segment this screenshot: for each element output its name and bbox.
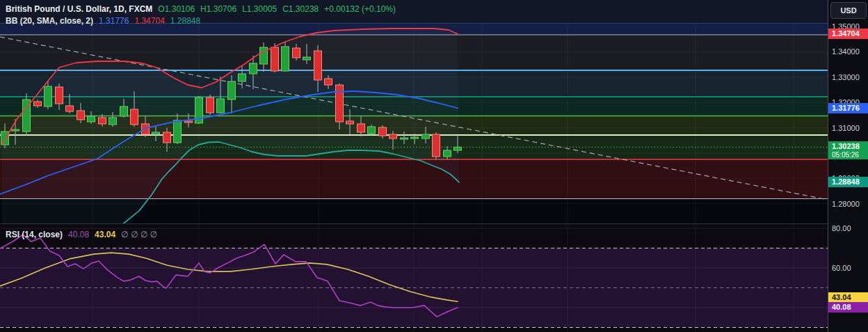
candle-body [99, 118, 106, 124]
bb-lower-tag: 1.28848 [828, 177, 868, 187]
candle-body [433, 134, 440, 157]
bb-upper-value: 1.34704 [134, 16, 164, 26]
bb-basis-tag: 1.31776 [828, 103, 868, 113]
symbol-title: British Pound / U.S. Dollar, 1D, FXCM [6, 4, 152, 14]
rsi-empty-values: ∅ ∅ ∅ ∅ [121, 230, 157, 239]
bb-lower-value: 1.28848 [170, 16, 200, 26]
candle-body [77, 111, 85, 120]
rsi-value: 40.08 [68, 230, 89, 239]
candle-body [239, 74, 246, 81]
bb-indicator-label: BB (20, SMA, close, 2) [6, 16, 93, 26]
price-tick: 1.31000 [832, 123, 860, 133]
candle-body [336, 85, 344, 122]
candle-body [163, 132, 171, 143]
price-change: +0.00132 (+0.10%) [324, 4, 396, 14]
candle-body [152, 132, 160, 134]
candle-body [303, 57, 311, 60]
trading-chart-window: British Pound / U.S. Dollar, 1D, FXCM O1… [0, 0, 868, 332]
candle-body [120, 106, 128, 116]
rsi-tick: 60.00 [832, 263, 851, 273]
candle-body [401, 138, 408, 139]
candle-body [34, 102, 42, 106]
candle-body [314, 51, 322, 80]
candle-body [45, 86, 52, 106]
currency-button[interactable]: USD [830, 2, 867, 19]
rsi-value-tag: 40.08 [828, 302, 868, 313]
price-tick: 1.33000 [832, 72, 860, 82]
chart-canvas[interactable] [0, 0, 868, 332]
candle-body [282, 47, 289, 71]
candle-body [12, 129, 19, 131]
candle-body [88, 116, 95, 122]
candle-body [207, 97, 214, 113]
candle-body [131, 109, 138, 125]
rsi-legend-row[interactable]: RSI (14, close) 40.08 43.04 ∅ ∅ ∅ ∅ [6, 230, 157, 239]
price-tick: 1.28000 [832, 199, 860, 209]
candle-body [217, 99, 225, 113]
candle-body [325, 79, 332, 85]
price-tick: 1.34000 [832, 47, 860, 56]
last-price-tag: 1.3023805:05:26 [828, 141, 868, 159]
rsi-ma-value: 43.04 [95, 230, 115, 239]
candle-body [174, 120, 182, 143]
bb-upper-tag: 1.34704 [828, 29, 868, 39]
symbol-legend-row[interactable]: British Pound / U.S. Dollar, 1D, FXCM O1… [6, 4, 396, 14]
ohlc-open: O1.30106 [158, 4, 195, 14]
candle-body [185, 121, 193, 122]
candle-body [379, 127, 387, 136]
ohlc-low: L1.30005 [242, 4, 277, 14]
candle-body [389, 134, 397, 139]
candle-body [454, 147, 462, 150]
candle-body [250, 63, 257, 74]
candle-body [66, 106, 74, 111]
ohlc-high: H1.30706 [200, 4, 236, 14]
bb-basis-value: 1.31776 [99, 16, 129, 26]
rsi-tick: 80.00 [832, 223, 851, 233]
candle-body [368, 127, 376, 134]
candle-body [411, 137, 419, 139]
rsi-ma-tag: 43.04 [828, 292, 868, 303]
candle-body [228, 81, 236, 100]
ohlc-close: C1.30238 [282, 4, 319, 14]
bb-legend-row[interactable]: BB (20, SMA, close, 2) 1.31776 1.34704 1… [6, 16, 200, 26]
candle-body [346, 121, 354, 124]
candle-body [444, 150, 451, 157]
candle-body [293, 48, 300, 58]
candle-body [109, 118, 117, 125]
candle-body [357, 124, 365, 132]
candle-body [56, 87, 63, 104]
candle-body [422, 134, 430, 139]
candle-body [271, 47, 279, 71]
rsi-indicator-label: RSI (14, close) [6, 230, 63, 239]
